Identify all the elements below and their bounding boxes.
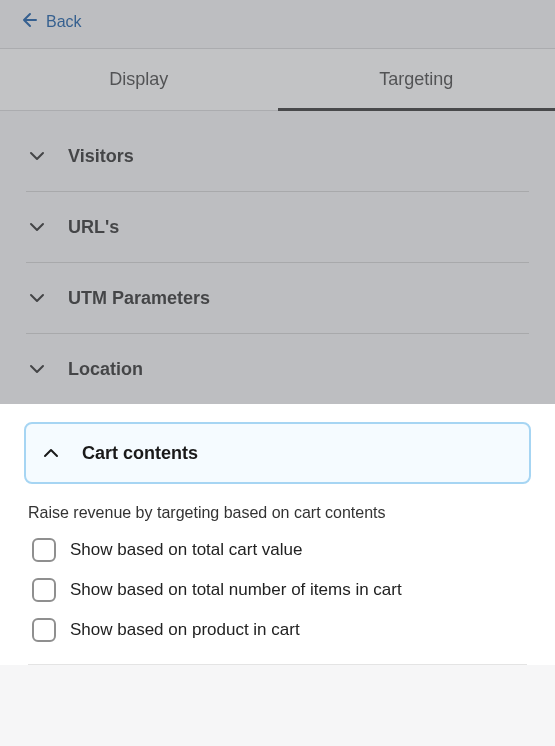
back-button[interactable]: Back <box>18 10 82 34</box>
option-product-in-cart[interactable]: Show based on product in cart <box>32 618 523 642</box>
option-label: Show based on product in cart <box>70 620 300 640</box>
section-utm-parameters[interactable]: UTM Parameters <box>26 263 529 334</box>
checkbox[interactable] <box>32 618 56 642</box>
option-label: Show based on total number of items in c… <box>70 580 402 600</box>
section-title: URL's <box>68 217 119 238</box>
header: Back <box>0 0 555 48</box>
option-total-items[interactable]: Show based on total number of items in c… <box>32 578 523 602</box>
section-description: Raise revenue by targeting based on cart… <box>28 504 527 522</box>
tab-display[interactable]: Display <box>0 49 278 110</box>
sections-list: Visitors URL's UTM Parameters Location <box>0 111 555 404</box>
option-total-cart-value[interactable]: Show based on total cart value <box>32 538 523 562</box>
section-title: UTM Parameters <box>68 288 210 309</box>
back-label: Back <box>46 13 82 31</box>
chevron-down-icon <box>26 358 48 380</box>
section-title: Cart contents <box>82 443 198 464</box>
section-urls[interactable]: URL's <box>26 192 529 263</box>
tab-targeting[interactable]: Targeting <box>278 49 556 110</box>
cart-contents-panel: Cart contents Raise revenue by targeting… <box>0 404 555 665</box>
tab-label: Display <box>109 69 168 89</box>
option-label: Show based on total cart value <box>70 540 302 560</box>
options-list: Show based on total cart value Show base… <box>28 538 527 665</box>
section-title: Location <box>68 359 143 380</box>
section-location[interactable]: Location <box>26 334 529 404</box>
section-cart-contents[interactable]: Cart contents <box>24 422 531 484</box>
tabs: Display Targeting <box>0 48 555 111</box>
checkbox[interactable] <box>32 578 56 602</box>
tab-label: Targeting <box>379 69 453 89</box>
section-title: Visitors <box>68 146 134 167</box>
arrow-left-icon <box>18 10 38 34</box>
chevron-down-icon <box>26 145 48 167</box>
chevron-up-icon <box>40 442 62 464</box>
section-visitors[interactable]: Visitors <box>26 137 529 192</box>
chevron-down-icon <box>26 287 48 309</box>
chevron-down-icon <box>26 216 48 238</box>
checkbox[interactable] <box>32 538 56 562</box>
